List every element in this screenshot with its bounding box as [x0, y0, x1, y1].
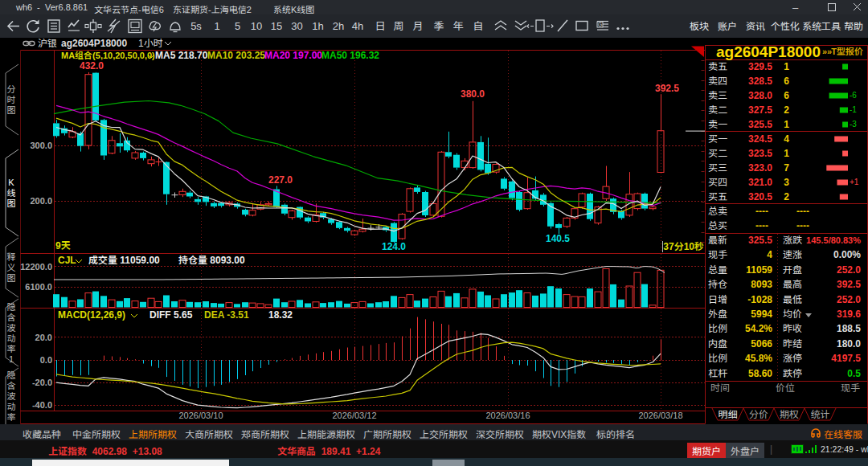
svg-text:11059: 11059	[746, 264, 772, 276]
svg-text:252.0: 252.0	[837, 294, 861, 305]
svg-text:324.5: 324.5	[748, 133, 772, 145]
svg-text:58.60: 58.60	[748, 368, 772, 379]
svg-text:4: 4	[784, 133, 789, 145]
svg-text:速涨: 速涨	[783, 249, 802, 260]
svg-text:4: 4	[767, 249, 772, 260]
svg-text:-40.0: -40.0	[32, 400, 52, 410]
svg-text:隐: 隐	[7, 302, 16, 312]
svg-text:8093: 8093	[751, 279, 772, 290]
svg-text:图: 图	[7, 198, 16, 208]
svg-text:5066: 5066	[751, 338, 772, 350]
svg-text:6100.0: 6100.0	[25, 282, 52, 292]
svg-text:320.5: 320.5	[748, 191, 772, 202]
svg-text:392.5: 392.5	[837, 279, 861, 290]
svg-text:----: ----	[755, 206, 768, 217]
svg-text:图: 图	[7, 105, 16, 115]
svg-text:含: 含	[7, 381, 16, 390]
svg-text:1: 1	[784, 61, 789, 72]
svg-text:12200.0: 12200.0	[20, 262, 52, 272]
svg-text:319.6: 319.6	[837, 309, 861, 320]
svg-text:328.5: 328.5	[748, 76, 772, 87]
svg-text:327.5: 327.5	[748, 104, 772, 116]
svg-text:325.5: 325.5	[748, 119, 772, 130]
svg-text:成交量 11059.00: 成交量 11059.00	[88, 255, 160, 266]
svg-text:涨跌: 涨跌	[783, 235, 802, 246]
svg-text:杠杆: 杠杆	[708, 368, 727, 379]
svg-text:-6: -6	[850, 91, 857, 100]
svg-text:328.0: 328.0	[748, 90, 772, 101]
svg-text:时间: 时间	[710, 382, 730, 394]
svg-text:4197.5: 4197.5	[831, 353, 861, 364]
svg-text:MA20 197.00: MA20 197.00	[264, 50, 322, 61]
svg-text:0.00%: 0.00%	[833, 249, 861, 260]
svg-text:统计: 统计	[810, 409, 829, 420]
svg-text:-3: -3	[850, 120, 857, 129]
svg-text:5994: 5994	[751, 309, 772, 320]
svg-text:37分10秒: 37分10秒	[663, 241, 704, 252]
svg-text:45.8%: 45.8%	[745, 353, 772, 364]
svg-text:325.5: 325.5	[748, 235, 772, 246]
svg-text:145.5/80.83%: 145.5/80.83%	[806, 235, 861, 245]
svg-text:----: ----	[755, 220, 768, 231]
svg-text:含: 含	[7, 313, 16, 322]
svg-text:现手: 现手	[841, 382, 860, 394]
svg-text:MA50 196.32: MA50 196.32	[321, 50, 379, 61]
svg-text:252.0: 252.0	[837, 264, 861, 276]
svg-text:买一: 买一	[708, 133, 727, 145]
svg-text:180.0: 180.0	[837, 338, 861, 350]
svg-text:T型报价: T型报价	[831, 47, 863, 56]
svg-text:-1028: -1028	[747, 294, 772, 305]
svg-text:3: 3	[784, 177, 789, 188]
svg-text:-20.0: -20.0	[32, 378, 52, 387]
svg-text:动: 动	[7, 402, 16, 411]
svg-text:1: 1	[784, 148, 789, 159]
svg-text:总卖: 总卖	[708, 206, 727, 217]
svg-text:最新: 最新	[708, 235, 727, 246]
svg-text:MA5 218.70: MA5 218.70	[155, 50, 208, 61]
svg-text:6: 6	[784, 76, 789, 87]
svg-text:现手: 现手	[708, 249, 727, 260]
svg-text:卖四: 卖四	[708, 76, 727, 87]
svg-text:外盘: 外盘	[708, 309, 727, 320]
svg-text:200.0: 200.0	[30, 196, 52, 206]
svg-text:MA10 203.25: MA10 203.25	[207, 50, 265, 61]
svg-text:0.0: 0.0	[40, 355, 52, 365]
svg-text:隐: 隐	[7, 370, 16, 380]
svg-text:总量: 总量	[708, 264, 727, 276]
svg-text:-1: -1	[850, 105, 857, 114]
svg-text:图: 图	[7, 273, 16, 283]
svg-text:300.0: 300.0	[30, 141, 52, 150]
svg-text:6: 6	[784, 90, 789, 101]
svg-text:54.2%: 54.2%	[745, 323, 772, 334]
svg-text:持仓量 8093.00: 持仓量 8093.00	[178, 255, 245, 266]
svg-text:跌停: 跌停	[783, 368, 802, 379]
svg-text:分价: 分价	[749, 409, 768, 420]
svg-text:昨收: 昨收	[783, 323, 802, 334]
svg-text:卖三: 卖三	[708, 90, 727, 101]
svg-text:K: K	[8, 178, 14, 187]
svg-text:9天: 9天	[55, 240, 71, 251]
svg-text:----: ----	[796, 206, 809, 217]
svg-text:最高: 最高	[783, 279, 802, 290]
svg-text:昨结: 昨结	[783, 338, 802, 350]
svg-text:188.5: 188.5	[837, 323, 861, 334]
svg-text:涨停: 涨停	[783, 353, 802, 364]
svg-text:日增: 日增	[708, 294, 727, 305]
svg-text:2: 2	[784, 104, 789, 116]
svg-text:内盘: 内盘	[708, 338, 727, 350]
svg-text:227.0: 227.0	[268, 174, 293, 186]
svg-text:价位: 价位	[776, 382, 795, 394]
svg-text:323.5: 323.5	[748, 148, 772, 159]
svg-text:ag2604P18000: ag2604P18000	[716, 43, 821, 60]
svg-text:率: 率	[7, 412, 16, 422]
svg-text:140.5: 140.5	[546, 233, 570, 244]
svg-text:2: 2	[784, 191, 789, 202]
svg-text:MA组合(5,10,20,50,0,0): MA组合(5,10,20,50,0,0)	[61, 51, 155, 60]
svg-text:2026/03/12: 2026/03/12	[332, 411, 376, 420]
svg-text:买五: 买五	[708, 191, 727, 202]
svg-text:20.0: 20.0	[35, 333, 52, 342]
svg-text:总买: 总买	[708, 220, 727, 231]
svg-text:2026/03/16: 2026/03/16	[485, 411, 530, 420]
svg-text:1: 1	[784, 119, 789, 130]
svg-text:线: 线	[7, 188, 16, 198]
